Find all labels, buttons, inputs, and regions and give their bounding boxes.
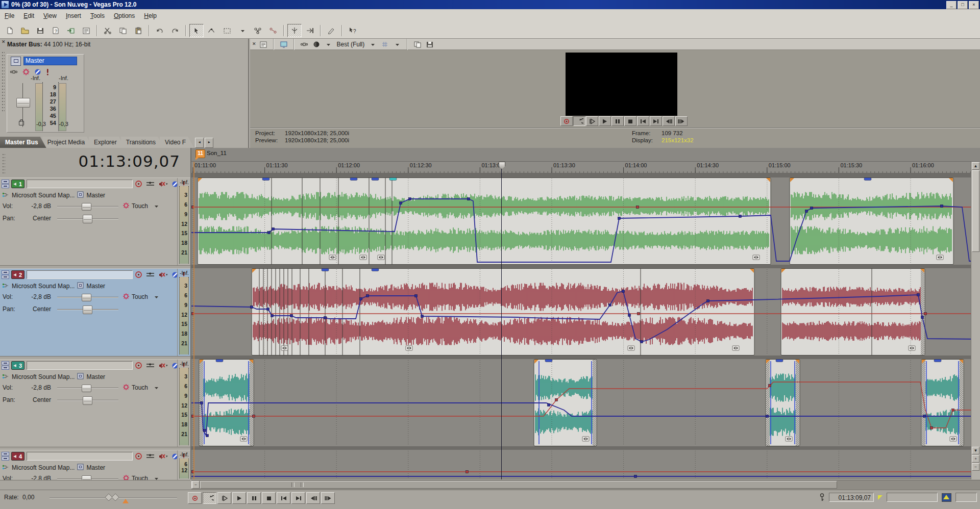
tab-project-media[interactable]: Project Media [42, 137, 93, 148]
loop-button[interactable] [573, 116, 585, 126]
normal-edit-tool-button[interactable] [189, 24, 204, 37]
volume-value[interactable]: -2.8 dB [24, 475, 51, 480]
video-fx-icon[interactable] [299, 40, 309, 49]
close-button[interactable]: × [969, 1, 979, 9]
bus-assignment-icon[interactable] [77, 191, 84, 199]
next-frame-button[interactable] [675, 116, 688, 126]
marker-bar[interactable]: 11 Son_11 [191, 148, 980, 162]
vertical-scroll-thumb[interactable] [972, 170, 979, 252]
stop-button[interactable] [262, 492, 276, 504]
record-button[interactable] [188, 492, 202, 504]
zoom-out-time-icon[interactable]: − [192, 481, 200, 489]
menu-view[interactable]: View [39, 11, 61, 21]
track-minmax-buttons[interactable] [2, 270, 9, 279]
media-manager-button[interactable] [79, 24, 93, 37]
volume-value[interactable]: -2,8 dB [24, 293, 51, 300]
cursor-position-field[interactable]: 01:13:09,07 [829, 493, 874, 502]
track-minmax-buttons[interactable] [2, 180, 9, 189]
dock-splitter[interactable] [248, 39, 249, 148]
pan-value[interactable]: Center [24, 215, 51, 222]
automation-mode[interactable]: Touch [132, 475, 148, 480]
menu-edit[interactable]: Edit [19, 11, 39, 21]
bus-assignment-icon[interactable] [77, 464, 84, 472]
track-header-2[interactable]: 2Microsoft Sound Map...MasterVol:-2,8 dB… [0, 268, 190, 357]
volume-value[interactable]: -2,8 dB [24, 202, 51, 210]
track-icon[interactable]: 2 [11, 270, 24, 279]
automation-dropdown-icon[interactable] [154, 384, 159, 393]
enable-snapping-button[interactable] [287, 24, 302, 37]
whats-this-help-button[interactable]: ? [346, 24, 360, 37]
track-icon[interactable]: 4 [11, 452, 24, 461]
tab-scroll-right-icon[interactable]: ▸ [205, 138, 213, 148]
track-name-field[interactable] [27, 361, 133, 370]
track-minmax-buttons[interactable] [2, 361, 9, 370]
play-from-start-button[interactable] [217, 492, 231, 504]
play-button[interactable] [232, 492, 246, 504]
tab-video-f[interactable]: Video F [160, 137, 194, 148]
scroll-down-icon[interactable]: ▼ [972, 447, 979, 454]
tab-explorer[interactable]: Explorer [89, 137, 125, 148]
automation-gear-icon[interactable] [122, 384, 130, 392]
record-arm-icon[interactable] [135, 180, 142, 189]
automation-dropdown-icon[interactable] [154, 202, 159, 211]
menu-insert[interactable]: Insert [61, 11, 86, 21]
close-icon[interactable]: ✕ [2, 40, 6, 44]
pause-button[interactable] [247, 492, 261, 504]
automation-settings-icon[interactable] [146, 453, 155, 461]
maximize-button[interactable]: □ [958, 1, 968, 9]
track-name-field[interactable] [27, 270, 133, 279]
group-events-button[interactable] [251, 24, 265, 37]
previous-frame-button[interactable] [306, 492, 320, 504]
minimize-button[interactable]: _ [946, 1, 957, 9]
go-to-start-button[interactable] [637, 116, 649, 126]
fx-gear-icon[interactable] [22, 68, 30, 77]
track-icon[interactable]: 3 [11, 361, 24, 370]
track-icon[interactable]: 1 [11, 180, 24, 188]
menu-file[interactable]: File [0, 11, 19, 21]
time-display-grip[interactable] [2, 153, 5, 173]
tab-transitions[interactable]: Transitions [121, 137, 164, 148]
import-media-button[interactable] [64, 24, 78, 37]
pan-value[interactable]: Center [24, 396, 51, 403]
mute-icon[interactable] [158, 181, 168, 189]
track-device-name[interactable]: Microsoft Sound Map... [12, 192, 75, 199]
menu-help[interactable]: Help [139, 11, 161, 21]
timeline-lane-3[interactable] [191, 359, 980, 446]
record-arm-icon[interactable] [135, 452, 142, 462]
bus-assignment-icon[interactable] [77, 282, 84, 290]
loop-button[interactable] [203, 492, 216, 504]
panel-grip[interactable] [2, 51, 5, 112]
go-to-end-button[interactable] [291, 492, 305, 504]
overlay-dropdown-icon[interactable] [392, 40, 402, 49]
tab-master-bus[interactable]: Master Bus [0, 137, 46, 148]
pan-slider-thumb[interactable] [83, 306, 92, 314]
redo-button[interactable] [168, 24, 182, 37]
bus-assignment-icon[interactable] [77, 373, 84, 381]
track-header-4[interactable]: 4Microsoft Sound Map...MasterVol:-2.8 dB… [0, 450, 190, 480]
overlay-grid-icon[interactable] [380, 40, 390, 49]
io-plug-icon[interactable] [10, 69, 18, 77]
preview-quality-icon[interactable] [311, 40, 322, 49]
new-project-button[interactable] [3, 24, 17, 37]
track-device-name[interactable]: Microsoft Sound Map... [12, 373, 75, 380]
volume-slider-thumb[interactable] [82, 385, 91, 392]
go-to-end-button[interactable] [650, 116, 662, 126]
volume-slider-thumb[interactable] [82, 475, 91, 480]
mute-icon[interactable] [158, 272, 168, 279]
selection-length-field[interactable] [955, 493, 977, 502]
preview-quality-icon[interactable] [942, 493, 951, 502]
record-arm-icon[interactable] [135, 271, 142, 280]
automation-mode[interactable]: Touch [132, 384, 148, 391]
tab-scroll-left-icon[interactable]: ◂ [195, 138, 204, 148]
pen-tool-button[interactable] [324, 24, 338, 37]
selection-edit-tool-button[interactable] [220, 24, 234, 37]
automation-settings-icon[interactable] [146, 363, 155, 370]
external-monitor-icon[interactable] [279, 40, 289, 49]
timeline[interactable]: 11 Son_11 01:11:0001:11:3001:12:0001:12:… [191, 148, 980, 479]
vertical-scrollbar[interactable]: ▲ ▼ + − [971, 162, 980, 479]
mute-icon[interactable] [158, 453, 168, 461]
close-icon[interactable]: ✕ [252, 42, 256, 46]
project-properties-button[interactable]: ? [48, 24, 63, 37]
track-device-name[interactable]: Microsoft Sound Map... [12, 464, 75, 471]
preview-properties-icon[interactable] [258, 40, 268, 49]
